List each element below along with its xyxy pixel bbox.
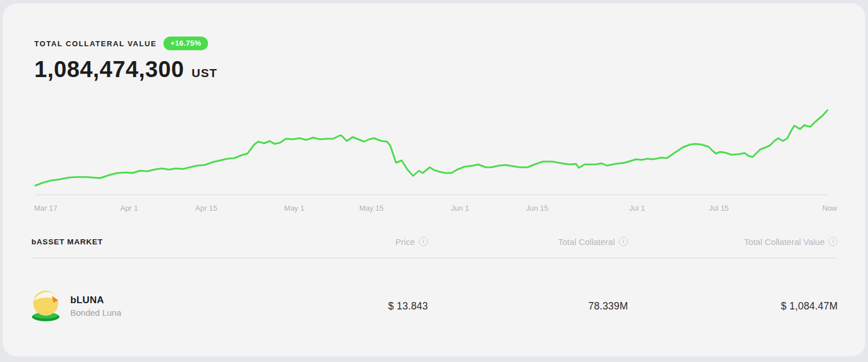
x-axis-tick-label: Jul 1 <box>629 204 645 212</box>
x-axis-tick-label: Jul 15 <box>709 204 729 212</box>
table-header-divider <box>31 258 838 260</box>
x-axis-tick-label: Jun 15 <box>526 204 548 212</box>
column-header-total-collateral: Total Collateral i <box>558 237 628 247</box>
total-collateral-value: 1,084,474,300 <box>34 57 184 82</box>
x-axis-tick-label: May 1 <box>284 204 304 212</box>
price-header-label: Price <box>395 237 415 247</box>
x-axis-tick-label: Jun 1 <box>451 204 469 212</box>
info-icon[interactable]: i <box>619 237 628 246</box>
asset-name: bLUNA <box>70 295 121 306</box>
cell-total-collateral-value: $ 1,084.47M <box>781 300 838 312</box>
cell-price: $ 13.843 <box>388 300 428 312</box>
cell-total-collateral: 78.339M <box>588 300 628 312</box>
currency-denom: UST <box>191 66 217 80</box>
x-axis-tick-label: Now <box>822 204 837 212</box>
table-row-bluna[interactable]: bLUNA Bonded Luna $ 13.843 78.339M $ 1,0… <box>31 279 838 333</box>
change-badge: +16.75% <box>163 37 208 50</box>
column-header-price: Price i <box>395 237 428 247</box>
total-collateral-header-label: Total Collateral <box>558 237 615 247</box>
bluna-icon <box>31 288 60 324</box>
table-title: bASSET MARKET <box>31 238 228 246</box>
basset-market-section: bASSET MARKET Price i Total Collateral i… <box>3 232 865 333</box>
x-axis-tick-label: Apr 15 <box>195 204 217 212</box>
x-axis-tick-label: Mar 17 <box>34 204 57 212</box>
x-axis-tick-label: May 15 <box>359 204 384 212</box>
info-icon[interactable]: i <box>419 237 428 246</box>
info-icon[interactable]: i <box>829 237 838 246</box>
total-collateral-header: TOTAL COLLATERAL VALUE +16.75% 1,084,474… <box>34 37 217 82</box>
column-header-total-collateral-value: Total Collateral Value i <box>744 237 838 247</box>
chart-x-ticks: Mar 17Apr 1Apr 15May 1May 15Jun 1Jun 15J… <box>3 204 868 213</box>
dashboard-card: TOTAL COLLATERAL VALUE +16.75% 1,084,474… <box>3 3 865 356</box>
total-collateral-label: TOTAL COLLATERAL VALUE <box>34 39 157 48</box>
total-collateral-value-header-label: Total Collateral Value <box>744 237 825 247</box>
table-header-row: bASSET MARKET Price i Total Collateral i… <box>31 232 838 251</box>
asset-description: Bonded Luna <box>70 308 121 317</box>
x-axis-tick-label: Apr 1 <box>120 204 138 212</box>
